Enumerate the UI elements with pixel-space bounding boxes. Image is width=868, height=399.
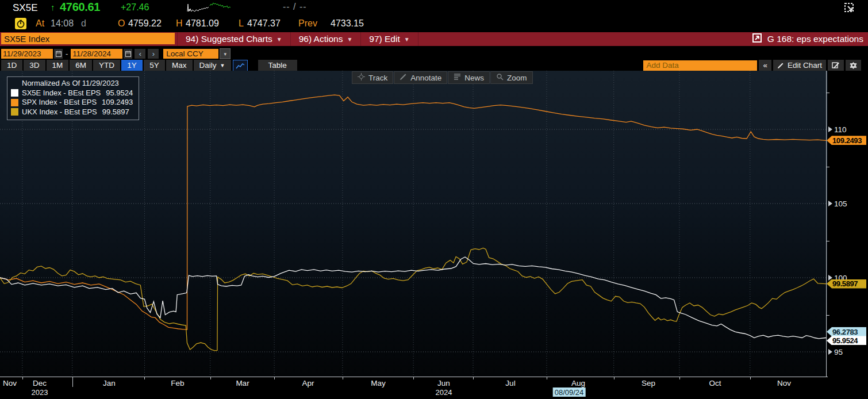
add-data-input[interactable]: Add Data <box>643 60 757 71</box>
y-minor-tick <box>826 315 829 316</box>
last-value-badge: 95.9524 <box>827 336 866 345</box>
x-year-label: 2024 <box>436 388 452 397</box>
x-tick <box>614 377 614 379</box>
series-line <box>0 248 826 351</box>
up-arrow-icon: ↑ <box>51 2 55 12</box>
chevron-down-icon: ▼ <box>404 36 410 43</box>
menu-item-actions[interactable]: 96) Actions▼ <box>291 32 362 46</box>
x-month-label: Oct <box>709 379 721 388</box>
legend-row[interactable]: SX5E Index - BEst EPS95.9524 <box>11 89 133 98</box>
x-month-label: Dec <box>33 379 47 388</box>
series-line <box>0 95 826 329</box>
chart-legend: Normalized As Of 11/29/2023 SX5E Index -… <box>7 76 139 120</box>
last-value-badge: 109.2493 <box>827 136 866 145</box>
price-summary-row: At 14:08 d O 4759.22 H 4781.09 L 4747.37… <box>0 16 868 31</box>
intraday-sparkline <box>187 1 239 16</box>
session-flag: d <box>81 18 86 29</box>
period-tab-1d[interactable]: 1D <box>1 60 22 71</box>
x-tick <box>22 377 23 379</box>
security-command-input[interactable] <box>1 33 175 44</box>
chart-plot-area[interactable]: Normalized As Of 11/29/2023 SX5E Index -… <box>0 71 828 377</box>
legend-title: Normalized As Of 11/29/2023 <box>22 79 133 89</box>
frequency-dropdown[interactable]: Daily▼ <box>194 60 231 71</box>
x-month-label: Sep <box>642 379 655 388</box>
bid-ask-placeholder: -- / -- <box>283 2 307 12</box>
last-value-badge: 99.5897 <box>827 279 866 289</box>
chevron-down-icon: ▼ <box>347 36 352 43</box>
y-minor-tick <box>826 93 829 93</box>
chevron-down-icon: ▼ <box>220 63 225 68</box>
x-month-label: Aug <box>571 379 585 388</box>
start-date-calendar-icon[interactable] <box>54 49 63 59</box>
y-tick-label: 95 <box>828 347 843 356</box>
prev-close-price: 4733.15 <box>331 18 364 29</box>
bloomberg-terminal-screen: SX5E ↑ 4760.61 +27.46 -- / -- At 14:08 d… <box>0 0 868 399</box>
line-chart-type-icon[interactable] <box>233 60 248 72</box>
ticker-symbol: SX5E <box>13 2 37 14</box>
x-tick <box>210 377 211 379</box>
y-tick-label: 110 <box>828 125 847 134</box>
chart-program-title: G 168: eps expectations <box>767 34 863 44</box>
menu-item-edit[interactable]: 97) Edit▼ <box>361 32 418 46</box>
period-toolbar: 1D3D1M6MYTD1Y5YMaxDaily▼Table <box>1 60 297 71</box>
annotate-button[interactable]: Annotate <box>394 71 447 84</box>
start-date-field[interactable]: 11/29/2023 <box>1 49 53 59</box>
legend-row[interactable]: SPX Index - BEst EPS109.2493 <box>11 98 133 108</box>
period-tab-3d[interactable]: 3D <box>24 60 45 71</box>
end-date-calendar-icon[interactable] <box>124 49 132 59</box>
legend-series-label: SX5E Index - BEst EPS <box>22 89 101 98</box>
x-month-label: Nov <box>777 379 791 388</box>
currency-dropdown-arrow[interactable]: ▾ <box>220 48 231 59</box>
open-label: O <box>118 18 125 29</box>
range-back-button[interactable]: ‹ <box>135 49 145 59</box>
date-range-bar: 11/29/2023 - 11/28/2024 ‹ › Local CCY ▾ <box>1 48 231 59</box>
track-date-badge: 08/09/24 <box>553 388 586 397</box>
market-status-gauge-icon[interactable] <box>15 18 26 29</box>
series-line <box>0 257 826 339</box>
period-tab-5y[interactable]: 5Y <box>144 60 165 71</box>
period-tab-ytd[interactable]: YTD <box>93 60 120 71</box>
menu-item-suggested-charts[interactable]: 94) Suggested Charts▼ <box>177 32 291 46</box>
x-month-label: May <box>371 379 386 388</box>
edit-chart-button[interactable]: Edit Chart <box>773 60 826 71</box>
period-tab-6m[interactable]: 6M <box>70 60 92 71</box>
annotate-icon <box>400 73 407 82</box>
y-tick-arrow-icon <box>828 126 832 132</box>
high-price: 4781.09 <box>186 18 219 29</box>
x-tick <box>750 377 751 379</box>
x-month-label: Apr <box>302 379 314 388</box>
x-year-label: 2023 <box>32 388 48 397</box>
zoom-button[interactable]: Zoom <box>490 71 533 84</box>
table-button[interactable]: Table <box>258 60 297 71</box>
period-tab-1y[interactable]: 1Y <box>121 60 143 71</box>
pop-out-monitor-icon[interactable] <box>843 1 857 17</box>
legend-series-value: 99.5897 <box>102 108 129 117</box>
period-tab-1m[interactable]: 1M <box>47 60 69 71</box>
export-icon[interactable] <box>752 33 762 45</box>
x-month-label: Feb <box>171 379 184 388</box>
y-minor-tick <box>826 241 829 241</box>
news-button[interactable]: News <box>448 71 490 84</box>
chevron-down-icon: ▼ <box>276 36 282 43</box>
x-month-label: Nov <box>3 379 17 388</box>
collapse-panel-button[interactable]: « <box>759 60 771 71</box>
track-icon <box>358 73 365 82</box>
currency-select[interactable]: Local CCY <box>163 49 218 59</box>
zoom-icon <box>496 73 504 82</box>
end-date-field[interactable]: 11/28/2024 <box>71 49 122 59</box>
legend-series-value: 109.2493 <box>102 98 133 108</box>
gear-icon[interactable] <box>846 60 861 71</box>
news-icon <box>454 73 461 82</box>
range-forward-button[interactable]: › <box>148 49 159 59</box>
toolbar-right-group: Add Data « Edit Chart <box>643 60 861 71</box>
track-button[interactable]: Track <box>352 71 393 84</box>
quote-time: 14:08 <box>51 18 74 29</box>
chart-annotation-settings-icon[interactable] <box>828 60 844 71</box>
y-tick-label: 105 <box>828 199 847 208</box>
period-tab-max[interactable]: Max <box>166 60 193 71</box>
legend-series-label: UKX Index - BEst EPS <box>22 108 97 117</box>
date-range-dash: - <box>66 49 68 58</box>
y-axis-labels: 11010510095109.249399.589796.278395.9524 <box>826 71 868 377</box>
low-price: 4747.37 <box>247 18 281 29</box>
legend-row[interactable]: UKX Index - BEst EPS99.5897 <box>11 108 133 117</box>
